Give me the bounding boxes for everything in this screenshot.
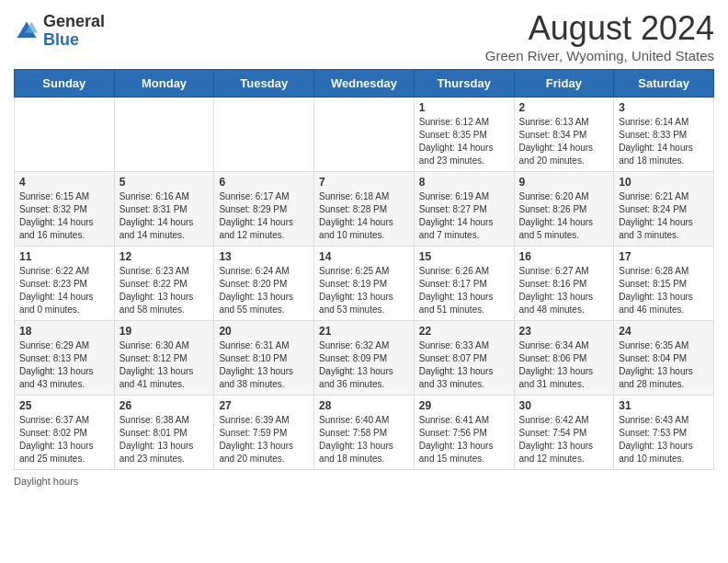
calendar-cell: 7Sunrise: 6:18 AM Sunset: 8:28 PM Daylig… <box>314 172 415 247</box>
day-number: 19 <box>119 325 210 338</box>
calendar-cell: 16Sunrise: 6:27 AM Sunset: 8:16 PM Dayli… <box>514 247 614 321</box>
calendar-week-row: 11Sunrise: 6:22 AM Sunset: 8:23 PM Dayli… <box>15 247 714 321</box>
calendar-week-row: 18Sunrise: 6:29 AM Sunset: 8:13 PM Dayli… <box>15 321 714 396</box>
calendar-cell: 20Sunrise: 6:31 AM Sunset: 8:10 PM Dayli… <box>214 321 314 396</box>
day-info: Sunrise: 6:31 AM Sunset: 8:10 PM Dayligh… <box>219 339 309 391</box>
calendar-cell: 28Sunrise: 6:40 AM Sunset: 7:58 PM Dayli… <box>314 396 415 470</box>
day-info: Sunrise: 6:30 AM Sunset: 8:12 PM Dayligh… <box>119 339 210 391</box>
day-info: Sunrise: 6:42 AM Sunset: 7:54 PM Dayligh… <box>519 414 609 465</box>
calendar-cell <box>114 98 214 172</box>
day-number: 22 <box>419 325 509 338</box>
calendar-cell: 24Sunrise: 6:35 AM Sunset: 8:04 PM Dayli… <box>614 321 714 396</box>
calendar-cell: 9Sunrise: 6:20 AM Sunset: 8:26 PM Daylig… <box>514 172 614 247</box>
day-number: 10 <box>619 176 709 189</box>
calendar-day-header: Wednesday <box>314 70 415 98</box>
day-number: 13 <box>219 250 309 263</box>
calendar-cell: 5Sunrise: 6:16 AM Sunset: 8:31 PM Daylig… <box>114 172 214 247</box>
day-info: Sunrise: 6:32 AM Sunset: 8:09 PM Dayligh… <box>319 339 409 391</box>
day-info: Sunrise: 6:33 AM Sunset: 8:07 PM Dayligh… <box>419 339 509 391</box>
calendar-cell: 17Sunrise: 6:28 AM Sunset: 8:15 PM Dayli… <box>614 247 714 321</box>
day-number: 7 <box>319 176 409 189</box>
calendar-cell: 31Sunrise: 6:43 AM Sunset: 7:53 PM Dayli… <box>614 396 714 470</box>
day-number: 21 <box>319 325 409 338</box>
calendar-table: SundayMondayTuesdayWednesdayThursdayFrid… <box>14 69 714 470</box>
calendar-cell: 23Sunrise: 6:34 AM Sunset: 8:06 PM Dayli… <box>514 321 614 396</box>
day-info: Sunrise: 6:25 AM Sunset: 8:19 PM Dayligh… <box>319 265 409 316</box>
page-header: General Blue August 2024 Green River, Wy… <box>14 9 714 63</box>
calendar-cell: 4Sunrise: 6:15 AM Sunset: 8:32 PM Daylig… <box>15 172 115 247</box>
calendar-day-header: Saturday <box>614 70 714 98</box>
calendar-day-header: Friday <box>514 70 614 98</box>
day-info: Sunrise: 6:19 AM Sunset: 8:27 PM Dayligh… <box>419 190 509 242</box>
calendar-day-header: Tuesday <box>214 70 314 98</box>
day-number: 23 <box>519 325 609 338</box>
calendar-cell <box>15 98 115 172</box>
calendar-cell: 12Sunrise: 6:23 AM Sunset: 8:22 PM Dayli… <box>114 247 214 321</box>
day-number: 15 <box>419 250 509 263</box>
calendar-cell: 30Sunrise: 6:42 AM Sunset: 7:54 PM Dayli… <box>514 396 614 470</box>
day-info: Sunrise: 6:40 AM Sunset: 7:58 PM Dayligh… <box>319 414 409 465</box>
calendar-week-row: 1Sunrise: 6:12 AM Sunset: 8:35 PM Daylig… <box>15 98 714 172</box>
calendar-cell: 10Sunrise: 6:21 AM Sunset: 8:24 PM Dayli… <box>614 172 714 247</box>
calendar-cell: 29Sunrise: 6:41 AM Sunset: 7:56 PM Dayli… <box>414 396 514 470</box>
day-info: Sunrise: 6:34 AM Sunset: 8:06 PM Dayligh… <box>519 339 609 391</box>
day-number: 8 <box>419 176 509 189</box>
day-number: 30 <box>519 399 609 412</box>
title-block: August 2024 Green River, Wyoming, United… <box>485 9 714 63</box>
day-info: Sunrise: 6:39 AM Sunset: 7:59 PM Dayligh… <box>219 414 309 465</box>
day-number: 11 <box>19 250 109 263</box>
calendar-header-row: SundayMondayTuesdayWednesdayThursdayFrid… <box>15 70 714 98</box>
calendar-cell: 19Sunrise: 6:30 AM Sunset: 8:12 PM Dayli… <box>114 321 214 396</box>
day-info: Sunrise: 6:15 AM Sunset: 8:32 PM Dayligh… <box>19 190 109 242</box>
day-info: Sunrise: 6:16 AM Sunset: 8:31 PM Dayligh… <box>119 190 210 242</box>
day-info: Sunrise: 6:20 AM Sunset: 8:26 PM Dayligh… <box>519 190 609 242</box>
day-info: Sunrise: 6:26 AM Sunset: 8:17 PM Dayligh… <box>419 265 509 316</box>
day-info: Sunrise: 6:37 AM Sunset: 8:02 PM Dayligh… <box>19 414 109 465</box>
calendar-cell: 26Sunrise: 6:38 AM Sunset: 8:01 PM Dayli… <box>114 396 214 470</box>
footer-note: Daylight hours <box>14 476 714 487</box>
day-number: 27 <box>219 399 309 412</box>
calendar-cell: 27Sunrise: 6:39 AM Sunset: 7:59 PM Dayli… <box>214 396 314 470</box>
day-number: 3 <box>619 101 709 114</box>
day-info: Sunrise: 6:43 AM Sunset: 7:53 PM Dayligh… <box>619 414 709 465</box>
calendar-day-header: Monday <box>114 70 214 98</box>
day-info: Sunrise: 6:35 AM Sunset: 8:04 PM Dayligh… <box>619 339 709 391</box>
day-number: 28 <box>319 399 409 412</box>
calendar-week-row: 25Sunrise: 6:37 AM Sunset: 8:02 PM Dayli… <box>15 396 714 470</box>
page-subtitle: Green River, Wyoming, United States <box>485 48 714 63</box>
day-number: 1 <box>419 101 509 114</box>
day-number: 12 <box>119 250 210 263</box>
day-number: 18 <box>19 325 109 338</box>
logo: General Blue <box>14 13 105 50</box>
calendar-cell: 14Sunrise: 6:25 AM Sunset: 8:19 PM Dayli… <box>314 247 415 321</box>
calendar-cell: 13Sunrise: 6:24 AM Sunset: 8:20 PM Dayli… <box>214 247 314 321</box>
calendar-cell: 6Sunrise: 6:17 AM Sunset: 8:29 PM Daylig… <box>214 172 314 247</box>
day-number: 14 <box>319 250 409 263</box>
day-info: Sunrise: 6:23 AM Sunset: 8:22 PM Dayligh… <box>119 265 210 316</box>
day-number: 17 <box>619 250 709 263</box>
day-number: 2 <box>519 101 609 114</box>
calendar-cell <box>314 98 415 172</box>
day-number: 20 <box>219 325 309 338</box>
day-number: 16 <box>519 250 609 263</box>
calendar-cell: 8Sunrise: 6:19 AM Sunset: 8:27 PM Daylig… <box>414 172 514 247</box>
calendar-cell: 11Sunrise: 6:22 AM Sunset: 8:23 PM Dayli… <box>15 247 115 321</box>
calendar-cell: 3Sunrise: 6:14 AM Sunset: 8:33 PM Daylig… <box>614 98 714 172</box>
day-info: Sunrise: 6:21 AM Sunset: 8:24 PM Dayligh… <box>619 190 709 242</box>
day-number: 25 <box>19 399 109 412</box>
day-number: 26 <box>119 399 210 412</box>
calendar-day-header: Thursday <box>414 70 514 98</box>
logo-blue-text: Blue <box>43 30 79 49</box>
day-number: 31 <box>619 399 709 412</box>
logo-general-text: General <box>43 12 105 30</box>
day-info: Sunrise: 6:18 AM Sunset: 8:28 PM Dayligh… <box>319 190 409 242</box>
day-info: Sunrise: 6:38 AM Sunset: 8:01 PM Dayligh… <box>119 414 210 465</box>
calendar-cell: 1Sunrise: 6:12 AM Sunset: 8:35 PM Daylig… <box>414 98 514 172</box>
day-info: Sunrise: 6:29 AM Sunset: 8:13 PM Dayligh… <box>19 339 109 391</box>
day-info: Sunrise: 6:14 AM Sunset: 8:33 PM Dayligh… <box>619 116 709 167</box>
day-number: 9 <box>519 176 609 189</box>
calendar-cell: 15Sunrise: 6:26 AM Sunset: 8:17 PM Dayli… <box>414 247 514 321</box>
calendar-day-header: Sunday <box>15 70 115 98</box>
day-info: Sunrise: 6:12 AM Sunset: 8:35 PM Dayligh… <box>419 116 509 167</box>
day-number: 4 <box>19 176 109 189</box>
